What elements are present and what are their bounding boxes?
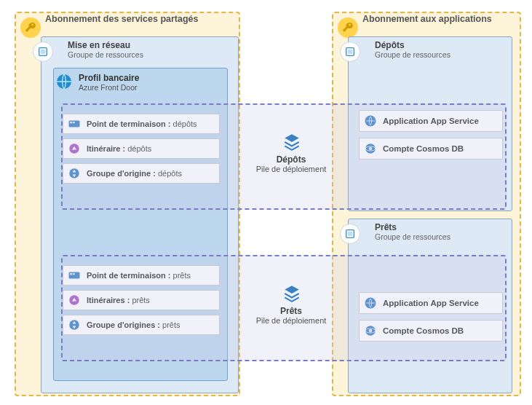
- app-service-deposits: Application App Service: [359, 110, 503, 132]
- endpoint-icon: [68, 269, 81, 282]
- route-icon: [68, 294, 81, 307]
- subscription-apps-title: Abonnement aux applications: [362, 12, 492, 25]
- front-door-icon: [55, 73, 73, 90]
- endpoint-icon: [68, 117, 81, 130]
- svg-rect-1: [41, 50, 44, 53]
- subscription-shared: Abonnement des services partagés Mise en…: [15, 12, 240, 396]
- svg-point-18: [369, 147, 373, 151]
- key-icon: [338, 17, 358, 38]
- rg-networking-subtitle: Groupe de ressources: [41, 50, 238, 62]
- route-deposits: Itinéraire : dépôts: [63, 138, 220, 159]
- svg-rect-20: [348, 232, 352, 235]
- deployment-stack-icon: [282, 133, 301, 152]
- origin-deposits: Groupe d'origine : dépôts: [63, 163, 220, 184]
- rg-networking: Mise en réseau Groupe de ressources Prof…: [41, 36, 239, 393]
- rg-networking-title: Mise en réseau: [41, 37, 238, 50]
- afd-subtitle: Azure Front Door: [54, 83, 227, 95]
- subscription-shared-title: Abonnement des services partagés: [45, 12, 199, 25]
- afd-group-deposits: Point de terminaison : dépôts Itinéraire…: [63, 114, 220, 184]
- afd-title: Profil bancaire: [54, 68, 227, 83]
- rg-deposits-title: Dépôts: [349, 37, 512, 50]
- svg-rect-8: [69, 272, 80, 279]
- afd-profile: Profil bancaire Azure Front Door Point d…: [53, 68, 228, 381]
- svg-rect-9: [70, 273, 72, 275]
- origin-group-icon: [68, 167, 81, 180]
- cosmos-db-icon: [364, 324, 377, 337]
- svg-rect-4: [70, 122, 72, 123]
- resource-group-icon: [340, 224, 360, 244]
- deployment-stack-loans-label: Prêts Pile de déploiement: [247, 306, 335, 325]
- svg-rect-3: [69, 121, 80, 127]
- app-service-icon: [364, 296, 377, 310]
- cosmos-db-icon: [364, 142, 377, 155]
- resource-group-icon: [33, 42, 53, 62]
- app-service-icon: [364, 114, 377, 127]
- deployment-stack-deposits-label: Dépôts Pile de déploiement: [247, 154, 335, 173]
- resource-group-icon: [340, 42, 360, 62]
- rg-loans-title: Prêts: [349, 219, 512, 232]
- svg-rect-5: [73, 122, 75, 123]
- cosmos-deposits: Compte Cosmos DB: [359, 138, 503, 160]
- rg-loans: Prêts Groupe de ressources Application A…: [348, 219, 512, 393]
- afd-group-loans: Point de terminaison : prêts Itinéraires…: [63, 265, 220, 335]
- route-icon: [68, 142, 81, 155]
- route-loans: Itinéraires : prêts: [63, 290, 220, 310]
- origin-loans: Groupe d'origines : prêts: [63, 315, 220, 335]
- app-service-loans: Application App Service: [359, 292, 503, 314]
- endpoint-deposits: Point de terminaison : dépôts: [63, 114, 220, 134]
- loans-resources: Application App Service Compte Cosmos DB: [359, 292, 503, 342]
- svg-point-24: [369, 329, 373, 333]
- origin-group-icon: [68, 318, 81, 331]
- svg-rect-14: [348, 50, 352, 53]
- svg-rect-10: [73, 273, 75, 275]
- architecture-diagram: Abonnement des services partagés Mise en…: [7, 7, 525, 398]
- key-icon: [20, 17, 41, 38]
- rg-deposits: Dépôts Groupe de ressources Application …: [348, 36, 512, 211]
- rg-deposits-subtitle: Groupe de ressources: [349, 50, 512, 62]
- endpoint-loans: Point de terminaison : prêts: [63, 265, 220, 286]
- deposits-resources: Application App Service Compte Cosmos DB: [359, 110, 503, 160]
- subscription-apps: Abonnement aux applications Dépôts Group…: [332, 12, 521, 396]
- deployment-stack-icon: [282, 284, 301, 303]
- cosmos-loans: Compte Cosmos DB: [359, 320, 503, 342]
- rg-loans-subtitle: Groupe de ressources: [349, 232, 512, 244]
